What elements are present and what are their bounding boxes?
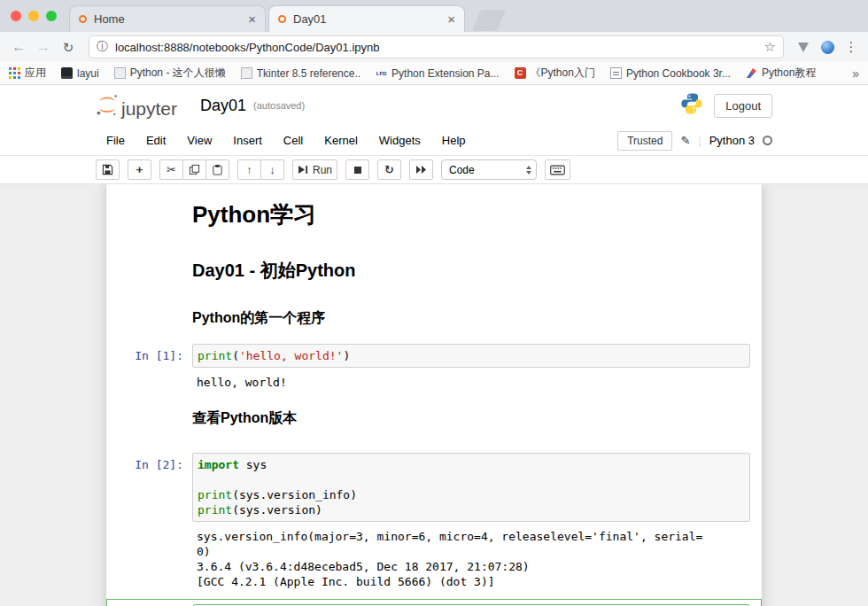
restart-kernel-button[interactable]: ↻ [377, 159, 401, 180]
tab-home[interactable]: Home × [69, 5, 266, 32]
interrupt-kernel-button[interactable] [345, 159, 369, 180]
browser-titlebar: Home × Day01 × [0, 0, 868, 32]
cut-cell-button[interactable]: ✂ [159, 159, 183, 180]
bookmark-extension-packages[interactable]: LFD Python Extension Pa... [376, 67, 499, 80]
fast-forward-icon [415, 165, 427, 175]
paste-cell-button[interactable] [205, 159, 229, 180]
menu-cell[interactable]: Cell [273, 128, 314, 152]
site-info-icon[interactable]: ⓘ [97, 39, 108, 55]
bookmark-star-icon[interactable]: ☆ [764, 39, 776, 55]
select-arrows-icon [526, 166, 531, 175]
page-icon [241, 67, 252, 79]
c-badge-icon: C [515, 67, 526, 79]
bookmark-python-intro[interactable]: C 《Python入门 [515, 66, 595, 81]
browser-menu-icon[interactable]: ⋮ [841, 39, 861, 55]
feather-icon [746, 67, 757, 79]
kernel-idle-icon [763, 136, 772, 145]
markdown-cell-h1[interactable]: Python学习 [106, 190, 762, 242]
cell-prompt [111, 194, 192, 237]
close-icon[interactable]: × [447, 12, 455, 26]
bookmark-python-blog[interactable]: Python - 这个人很懒 [114, 66, 226, 81]
output-prompt [111, 375, 192, 390]
minimize-window-button[interactable] [28, 11, 39, 21]
menu-view[interactable]: View [176, 128, 222, 152]
bookmark-layui[interactable]: layui [61, 67, 99, 80]
restart-run-all-button[interactable] [409, 159, 433, 180]
notebook-title[interactable]: Day01 [200, 97, 246, 115]
notebook-scroll-area[interactable]: Python学习 Day01 - 初始Python Python的第一个程序 I… [0, 184, 868, 606]
heading-check-version: 查看Python版本 [192, 409, 750, 428]
apps-grid-icon [9, 67, 20, 79]
command-palette-button[interactable] [545, 159, 570, 180]
code-cell-3-selected[interactable]: In [3]: [106, 599, 762, 606]
code-cell-2[interactable]: In [2]: import sys print(sys.version_inf… [106, 448, 762, 594]
menu-edit[interactable]: Edit [136, 128, 176, 152]
forward-button[interactable]: → [32, 40, 55, 54]
menu-help[interactable]: Help [431, 128, 477, 152]
copy-cell-button[interactable] [182, 159, 206, 180]
markdown-cell-h2[interactable]: Day01 - 初始Python [106, 242, 762, 294]
bookmark-label: Python Cookbook 3r... [626, 67, 731, 80]
new-tab-button[interactable] [472, 10, 507, 31]
code-input[interactable]: import sys print(sys.version_info)print(… [192, 453, 750, 522]
run-button[interactable]: Run [292, 159, 337, 180]
browser-navbar: ← → ↻ ⓘ localhost:8888/notebooks/PythonC… [0, 32, 868, 62]
close-window-button[interactable] [11, 11, 21, 21]
markdown-cell-h3-version[interactable]: 查看Python版本 [106, 394, 762, 439]
bookmarks-bar: 应用 layui Python - 这个人很懒 Tkinter 8.5 refe… [0, 62, 868, 85]
heading-python-study: Python学习 [192, 199, 750, 230]
arrow-down-icon: ↓ [269, 164, 275, 175]
menu-insert[interactable]: Insert [222, 128, 273, 152]
bookmark-label: Python Extension Pa... [391, 67, 499, 80]
logout-button[interactable]: Logout [714, 94, 772, 118]
jupyter-logo[interactable]: jupyter [96, 92, 177, 120]
lfd-text-icon: LFD [376, 67, 387, 79]
bookmark-tkinter[interactable]: Tkinter 8.5 reference.. [241, 67, 360, 80]
clipboard-icon [212, 164, 223, 175]
move-cell-down-button[interactable]: ↓ [260, 159, 284, 180]
plus-icon: + [136, 164, 143, 175]
code-cell-1[interactable]: In [1]: print('hello, world!') hello, wo… [106, 339, 762, 394]
jupyter-favicon-icon [278, 15, 286, 23]
run-icon [298, 165, 308, 175]
back-button[interactable]: ← [7, 40, 30, 54]
bookmark-label: Tkinter 8.5 reference.. [257, 67, 360, 80]
bookmark-apps[interactable]: 应用 [9, 66, 46, 81]
save-button[interactable] [96, 159, 120, 180]
zoom-window-button[interactable] [46, 11, 57, 21]
menu-kernel[interactable]: Kernel [314, 128, 368, 152]
bookmarks-overflow-icon[interactable]: » [852, 66, 859, 81]
menu-file[interactable]: File [96, 128, 136, 152]
url-text[interactable]: localhost:8888/notebooks/PythonCode/Day0… [115, 41, 757, 54]
address-bar[interactable]: ⓘ localhost:8888/notebooks/PythonCode/Da… [89, 35, 784, 58]
bookmark-label: Python教程 [762, 66, 816, 81]
jupyter-header: jupyter Day01 (autosaved) Logout [0, 85, 868, 126]
bookmark-python-tutorial[interactable]: Python教程 [746, 66, 816, 81]
move-cell-up-button[interactable]: ↑ [237, 159, 261, 180]
cell-type-select[interactable]: Code [441, 159, 537, 180]
notebook-container: Python学习 Day01 - 初始Python Python的第一个程序 I… [106, 184, 762, 606]
arrow-up-icon: ↑ [246, 164, 252, 175]
tab-strip: Home × Day01 × [69, 5, 501, 32]
python-logo-icon [680, 92, 703, 119]
reload-button[interactable]: ↻ [57, 41, 80, 54]
notification-area: Trusted ✎ | Python 3 [617, 131, 772, 151]
bookmark-cookbook[interactable]: Python Cookbook 3r... [610, 67, 731, 80]
book-icon [610, 67, 622, 79]
header-right: Logout [680, 92, 772, 119]
kernel-name: Python 3 [709, 134, 755, 147]
close-icon[interactable]: × [248, 12, 256, 26]
code-input[interactable]: print('hello, world!') [192, 344, 750, 368]
menu-widgets[interactable]: Widgets [368, 128, 431, 152]
trusted-button[interactable]: Trusted [617, 131, 672, 151]
extension-icon-triangle[interactable] [798, 43, 809, 52]
add-cell-button[interactable]: + [128, 159, 151, 180]
jupyter-toolbar: + ✂ ↑ ↓ Run ↻ Code [0, 156, 868, 184]
tab-day01[interactable]: Day01 × [268, 5, 465, 32]
extension-icon-globe[interactable] [821, 41, 834, 54]
heading-day01: Day01 - 初始Python [192, 259, 750, 283]
bookmark-label: layui [77, 67, 99, 80]
cell-prompt [111, 299, 192, 335]
restart-icon: ↻ [384, 164, 394, 175]
markdown-cell-h3-first-program[interactable]: Python的第一个程序 [106, 294, 762, 339]
